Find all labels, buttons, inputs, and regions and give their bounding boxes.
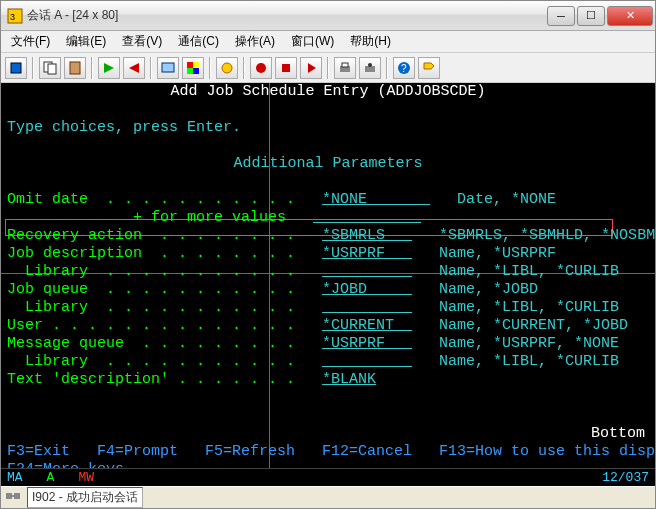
tool-display-icon[interactable]: [157, 57, 179, 79]
app-window: 3 会话 A - [24 x 80] ─ ☐ ✕ 文件(F) 编辑(E) 查看(…: [0, 0, 656, 509]
close-button[interactable]: ✕: [607, 6, 653, 26]
terminal-area[interactable]: Add Job Schedule Entry (ADDJOBSCDE) Type…: [1, 83, 655, 468]
section-header: Additional Parameters: [7, 155, 649, 173]
param-row: User . . . . . . . . . . . . . . *CURREN…: [7, 317, 649, 335]
blank-row: [7, 173, 649, 191]
menu-view[interactable]: 查看(V): [116, 31, 168, 52]
svg-rect-10: [193, 62, 199, 68]
status-ma: MA: [7, 470, 23, 485]
tool-recv-icon[interactable]: [123, 57, 145, 79]
param-label: Text 'description' . . . . . . .: [7, 371, 295, 388]
window-title: 会话 A - [24 x 80]: [27, 7, 545, 24]
svg-marker-7: [129, 63, 139, 73]
param-label: Recovery action . . . . . . . .: [7, 227, 295, 244]
param-label: Library . . . . . . . . . . .: [7, 299, 295, 316]
prompt-line: Type choices, press Enter.: [7, 119, 649, 137]
svg-marker-16: [308, 63, 316, 73]
status-mw: MW: [78, 470, 94, 485]
maximize-button[interactable]: ☐: [577, 6, 605, 26]
menu-action[interactable]: 操作(A): [229, 31, 281, 52]
svg-rect-5: [70, 62, 80, 74]
param-input[interactable]: [322, 353, 412, 370]
toolbar-separator: [386, 57, 388, 79]
tool-color-icon[interactable]: [182, 57, 204, 79]
param-input[interactable]: [322, 263, 412, 280]
app-icon: 3: [7, 8, 23, 24]
svg-rect-12: [193, 68, 199, 74]
toolbar-separator: [327, 57, 329, 79]
param-input[interactable]: *USRPRF: [322, 335, 412, 352]
tool-btn-1[interactable]: [5, 57, 27, 79]
svg-point-20: [368, 63, 372, 67]
tool-send-icon[interactable]: [98, 57, 120, 79]
svg-text:3: 3: [10, 12, 15, 22]
param-hint: Name, *LIBL, *CURLIB: [439, 353, 619, 370]
param-label: Job description . . . . . . . .: [7, 245, 295, 262]
terminal-statusbar: MA A MW 12/037: [1, 468, 655, 486]
tool-map-icon[interactable]: [216, 57, 238, 79]
param-hint: Name, *CURRENT, *JOBD: [439, 317, 628, 334]
tool-print-icon[interactable]: [334, 57, 356, 79]
menu-comm[interactable]: 通信(C): [172, 31, 225, 52]
titlebar: 3 会话 A - [24 x 80] ─ ☐ ✕: [1, 1, 655, 31]
param-hint: Name, *JOBD: [439, 281, 538, 298]
svg-rect-11: [187, 68, 193, 74]
toolbar-separator: [209, 57, 211, 79]
param-row: Omit date . . . . . . . . . . . *NONE Da…: [7, 191, 649, 209]
param-label: User . . . . . . . . . . . . . .: [7, 317, 295, 334]
svg-point-14: [256, 63, 266, 73]
menu-help[interactable]: 帮助(H): [344, 31, 397, 52]
param-label: Omit date . . . . . . . . . . .: [7, 191, 295, 208]
param-row: Job description . . . . . . . . *USRPRF …: [7, 245, 649, 263]
param-hint: Name, *USRPRF, *NONE: [439, 335, 619, 352]
tool-copy-icon[interactable]: [39, 57, 61, 79]
tool-paste-icon[interactable]: [64, 57, 86, 79]
menubar: 文件(F) 编辑(E) 查看(V) 通信(C) 操作(A) 窗口(W) 帮助(H…: [1, 31, 655, 53]
param-row: Library . . . . . . . . . . . Name, *LIB…: [7, 263, 649, 281]
tool-play-icon[interactable]: [300, 57, 322, 79]
param-label: Library . . . . . . . . . . .: [7, 353, 295, 370]
screen-title: Add Job Schedule Entry (ADDJOBSCDE): [7, 83, 649, 101]
menu-edit[interactable]: 编辑(E): [60, 31, 112, 52]
svg-text:?: ?: [401, 63, 407, 74]
bottom-indicator: Bottom: [7, 425, 649, 443]
svg-marker-6: [104, 63, 114, 73]
tool-help-icon[interactable]: ?: [393, 57, 415, 79]
param-input[interactable]: *USRPRF: [322, 245, 412, 262]
svg-rect-4: [48, 64, 56, 74]
tool-stop-icon[interactable]: [275, 57, 297, 79]
param-hint: Name, *LIBL, *CURLIB: [439, 299, 619, 316]
blank-row: [7, 137, 649, 155]
blank-row: [7, 407, 649, 425]
param-input[interactable]: *JOBD: [322, 281, 412, 298]
param-hint: Name, *LIBL, *CURLIB: [439, 263, 619, 280]
tool-tag-icon[interactable]: [418, 57, 440, 79]
param-row: Library . . . . . . . . . . . Name, *LIB…: [7, 353, 649, 371]
cursor-position: 12/037: [602, 470, 649, 485]
toolbar-separator: [243, 57, 245, 79]
param-input[interactable]: [322, 299, 412, 316]
param-input[interactable]: *SBMRLS: [322, 227, 412, 244]
toolbar: ?: [1, 53, 655, 83]
toolbar-separator: [91, 57, 93, 79]
param-input[interactable]: *CURRENT: [322, 317, 412, 334]
menu-file[interactable]: 文件(F): [5, 31, 56, 52]
param-input[interactable]: *BLANK: [322, 371, 376, 388]
toolbar-separator: [150, 57, 152, 79]
menu-window[interactable]: 窗口(W): [285, 31, 340, 52]
svg-rect-9: [187, 62, 193, 68]
param-label: Library . . . . . . . . . . .: [7, 263, 295, 280]
status-message: I902 - 成功启动会话: [27, 487, 143, 508]
window-controls: ─ ☐ ✕: [545, 6, 653, 26]
svg-rect-24: [6, 493, 12, 499]
param-label: + for more values: [7, 209, 286, 226]
param-row: Message queue . . . . . . . . . *USRPRF …: [7, 335, 649, 353]
parameter-rows: Omit date . . . . . . . . . . . *NONE Da…: [7, 191, 649, 389]
blank-row: [7, 101, 649, 119]
tool-record-icon[interactable]: [250, 57, 272, 79]
param-input[interactable]: *NONE: [322, 191, 430, 208]
minimize-button[interactable]: ─: [547, 6, 575, 26]
tool-config-icon[interactable]: [359, 57, 381, 79]
function-keys-2: F24=More keys: [7, 461, 649, 468]
param-input[interactable]: [313, 209, 421, 226]
